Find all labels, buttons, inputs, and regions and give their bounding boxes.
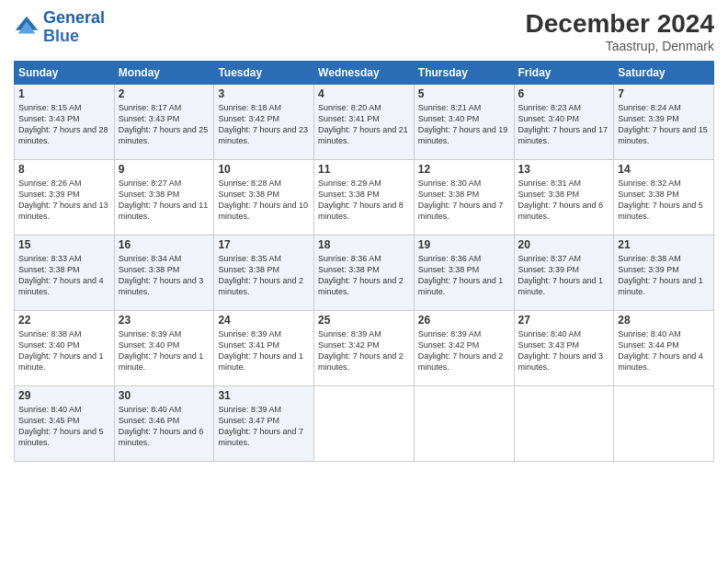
day-number: 28 (618, 314, 710, 327)
calendar-cell: 17Sunrise: 8:35 AMSunset: 3:38 PMDayligh… (214, 236, 314, 311)
main-container: General Blue December 2024 Taastrup, Den… (0, 0, 728, 471)
calendar-cell: 14Sunrise: 8:32 AMSunset: 3:38 PMDayligh… (614, 160, 714, 236)
day-number: 7 (618, 87, 710, 100)
calendar-cell: 20Sunrise: 8:37 AMSunset: 3:39 PMDayligh… (514, 236, 614, 311)
day-header-friday: Friday (514, 62, 614, 85)
day-number: 22 (18, 314, 110, 327)
calendar-cell: 8Sunrise: 8:26 AMSunset: 3:39 PMDaylight… (15, 160, 115, 236)
calendar-cell: 10Sunrise: 8:28 AMSunset: 3:38 PMDayligh… (214, 160, 314, 236)
calendar-cell: 4Sunrise: 8:20 AMSunset: 3:41 PMDaylight… (314, 85, 415, 160)
calendar-cell: 3Sunrise: 8:18 AMSunset: 3:42 PMDaylight… (214, 85, 314, 160)
day-number: 18 (318, 238, 410, 251)
cell-content: Sunrise: 8:34 AMSunset: 3:38 PMDaylight:… (119, 253, 210, 298)
calendar-cell: 28Sunrise: 8:40 AMSunset: 3:44 PMDayligh… (614, 311, 714, 386)
calendar-cell: 2Sunrise: 8:17 AMSunset: 3:43 PMDaylight… (114, 85, 214, 160)
day-number: 10 (218, 163, 310, 176)
day-number: 21 (618, 238, 710, 251)
calendar-cell: 18Sunrise: 8:36 AMSunset: 3:38 PMDayligh… (314, 236, 415, 311)
cell-content: Sunrise: 8:39 AMSunset: 3:40 PMDaylight:… (119, 328, 210, 373)
day-number: 23 (119, 314, 210, 327)
day-number: 15 (18, 238, 110, 251)
day-header-wednesday: Wednesday (314, 62, 415, 85)
calendar-cell: 16Sunrise: 8:34 AMSunset: 3:38 PMDayligh… (114, 236, 214, 311)
calendar-header: SundayMondayTuesdayWednesdayThursdayFrid… (15, 62, 714, 85)
calendar-cell: 6Sunrise: 8:23 AMSunset: 3:40 PMDaylight… (514, 85, 614, 160)
day-number: 9 (119, 163, 210, 176)
cell-content: Sunrise: 8:38 AMSunset: 3:40 PMDaylight:… (18, 328, 110, 373)
logo-icon (14, 15, 40, 40)
location-subtitle: Taastrup, Denmark (526, 39, 714, 53)
cell-content: Sunrise: 8:38 AMSunset: 3:39 PMDaylight:… (618, 253, 710, 298)
cell-content: Sunrise: 8:30 AMSunset: 3:38 PMDaylight:… (418, 178, 510, 223)
calendar-cell (514, 386, 614, 462)
calendar-cell: 21Sunrise: 8:38 AMSunset: 3:39 PMDayligh… (614, 236, 714, 311)
header: General Blue December 2024 Taastrup, Den… (14, 9, 714, 53)
week-row-3: 15Sunrise: 8:33 AMSunset: 3:38 PMDayligh… (15, 236, 714, 311)
logo-line2: Blue (43, 27, 79, 45)
cell-content: Sunrise: 8:26 AMSunset: 3:39 PMDaylight:… (18, 178, 110, 223)
calendar-cell: 30Sunrise: 8:40 AMSunset: 3:46 PMDayligh… (114, 386, 214, 462)
day-number: 16 (119, 238, 210, 251)
cell-content: Sunrise: 8:40 AMSunset: 3:45 PMDaylight:… (18, 404, 110, 449)
cell-content: Sunrise: 8:32 AMSunset: 3:38 PMDaylight:… (618, 178, 710, 223)
calendar-cell: 13Sunrise: 8:31 AMSunset: 3:38 PMDayligh… (514, 160, 614, 236)
cell-content: Sunrise: 8:23 AMSunset: 3:40 PMDaylight:… (518, 102, 610, 147)
day-number: 20 (518, 238, 610, 251)
title-block: December 2024 Taastrup, Denmark (526, 9, 714, 53)
cell-content: Sunrise: 8:33 AMSunset: 3:38 PMDaylight:… (18, 253, 110, 298)
cell-content: Sunrise: 8:39 AMSunset: 3:42 PMDaylight:… (318, 328, 410, 373)
cell-content: Sunrise: 8:24 AMSunset: 3:39 PMDaylight:… (618, 102, 710, 147)
day-number: 17 (218, 238, 310, 251)
cell-content: Sunrise: 8:39 AMSunset: 3:47 PMDaylight:… (218, 404, 310, 449)
logo: General Blue (14, 9, 105, 46)
cell-content: Sunrise: 8:15 AMSunset: 3:43 PMDaylight:… (18, 102, 110, 147)
day-number: 2 (119, 87, 210, 100)
calendar-cell: 19Sunrise: 8:36 AMSunset: 3:38 PMDayligh… (414, 236, 514, 311)
cell-content: Sunrise: 8:18 AMSunset: 3:42 PMDaylight:… (218, 102, 310, 147)
week-row-2: 8Sunrise: 8:26 AMSunset: 3:39 PMDaylight… (15, 160, 714, 236)
calendar-cell: 12Sunrise: 8:30 AMSunset: 3:38 PMDayligh… (414, 160, 514, 236)
calendar-cell: 26Sunrise: 8:39 AMSunset: 3:42 PMDayligh… (414, 311, 514, 386)
calendar-cell: 27Sunrise: 8:40 AMSunset: 3:43 PMDayligh… (514, 311, 614, 386)
week-row-4: 22Sunrise: 8:38 AMSunset: 3:40 PMDayligh… (15, 311, 714, 386)
month-title: December 2024 (526, 9, 714, 39)
day-number: 14 (618, 163, 710, 176)
day-number: 26 (418, 314, 510, 327)
cell-content: Sunrise: 8:39 AMSunset: 3:42 PMDaylight:… (418, 328, 510, 373)
day-number: 13 (518, 163, 610, 176)
calendar-cell: 24Sunrise: 8:39 AMSunset: 3:41 PMDayligh… (214, 311, 314, 386)
day-number: 12 (418, 163, 510, 176)
calendar-cell: 25Sunrise: 8:39 AMSunset: 3:42 PMDayligh… (314, 311, 415, 386)
calendar-cell (614, 386, 714, 462)
calendar-cell: 9Sunrise: 8:27 AMSunset: 3:38 PMDaylight… (114, 160, 214, 236)
calendar-cell: 11Sunrise: 8:29 AMSunset: 3:38 PMDayligh… (314, 160, 415, 236)
cell-content: Sunrise: 8:29 AMSunset: 3:38 PMDaylight:… (318, 178, 410, 223)
calendar-cell: 5Sunrise: 8:21 AMSunset: 3:40 PMDaylight… (414, 85, 514, 160)
calendar-cell (414, 386, 514, 462)
calendar-cell: 23Sunrise: 8:39 AMSunset: 3:40 PMDayligh… (114, 311, 214, 386)
cell-content: Sunrise: 8:37 AMSunset: 3:39 PMDaylight:… (518, 253, 610, 298)
cell-content: Sunrise: 8:17 AMSunset: 3:43 PMDaylight:… (119, 102, 210, 147)
cell-content: Sunrise: 8:20 AMSunset: 3:41 PMDaylight:… (318, 102, 410, 147)
calendar-cell: 7Sunrise: 8:24 AMSunset: 3:39 PMDaylight… (614, 85, 714, 160)
week-row-1: 1Sunrise: 8:15 AMSunset: 3:43 PMDaylight… (15, 85, 714, 160)
day-header-monday: Monday (114, 62, 214, 85)
day-header-thursday: Thursday (414, 62, 514, 85)
day-number: 4 (318, 87, 410, 100)
logo-line1: General (43, 8, 105, 27)
day-number: 31 (218, 389, 310, 402)
day-number: 11 (318, 163, 410, 176)
calendar-cell: 29Sunrise: 8:40 AMSunset: 3:45 PMDayligh… (15, 386, 115, 462)
cell-content: Sunrise: 8:28 AMSunset: 3:38 PMDaylight:… (218, 178, 310, 223)
day-number: 8 (18, 163, 110, 176)
day-number: 24 (218, 314, 310, 327)
calendar-cell: 22Sunrise: 8:38 AMSunset: 3:40 PMDayligh… (15, 311, 115, 386)
cell-content: Sunrise: 8:39 AMSunset: 3:41 PMDaylight:… (218, 328, 310, 373)
day-header-saturday: Saturday (614, 62, 714, 85)
cell-content: Sunrise: 8:36 AMSunset: 3:38 PMDaylight:… (418, 253, 510, 298)
day-number: 27 (518, 314, 610, 327)
calendar-cell: 31Sunrise: 8:39 AMSunset: 3:47 PMDayligh… (214, 386, 314, 462)
day-header-tuesday: Tuesday (214, 62, 314, 85)
calendar-cell: 1Sunrise: 8:15 AMSunset: 3:43 PMDaylight… (15, 85, 115, 160)
day-number: 3 (218, 87, 310, 100)
